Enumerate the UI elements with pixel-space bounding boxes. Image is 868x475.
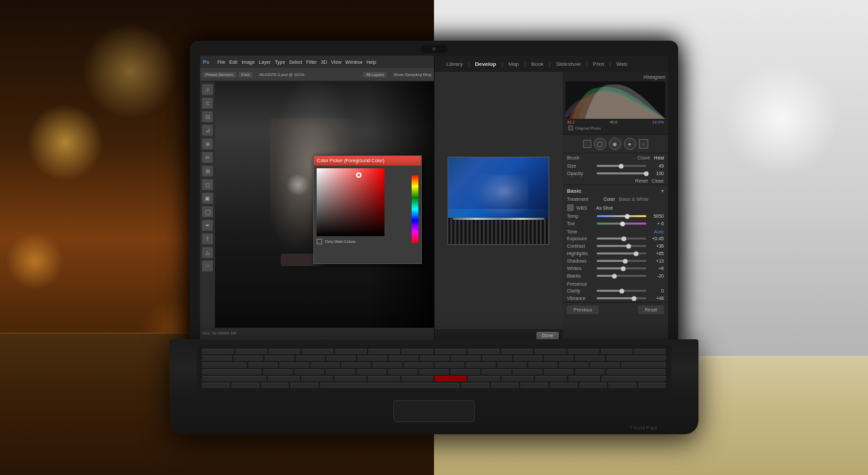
lr-tool-circle3[interactable]: ●: [624, 138, 636, 150]
key-t[interactable]: [372, 362, 402, 368]
laptop-trackpad[interactable]: [393, 400, 475, 422]
ps-cp-hue-strip[interactable]: [412, 175, 418, 243]
key-ctrl-l[interactable]: [202, 383, 230, 388]
lr-nav-map[interactable]: Map: [503, 61, 525, 67]
key-f11[interactable]: [568, 349, 599, 354]
ps-menu-3d[interactable]: 3D: [321, 60, 327, 64]
key-super[interactable]: [261, 383, 289, 388]
ps-menu-edit[interactable]: Edit: [229, 60, 237, 64]
key-f8[interactable]: [468, 349, 500, 354]
key-z[interactable]: [268, 376, 300, 381]
key-u[interactable]: [435, 362, 465, 368]
lr-nav-web[interactable]: Web: [611, 61, 633, 67]
lr-clarity-track[interactable]: [597, 290, 646, 292]
key-equals[interactable]: [575, 356, 605, 361]
key-b[interactable]: [401, 376, 433, 381]
key-f3[interactable]: [302, 349, 334, 354]
lr-tool-back[interactable]: [583, 140, 591, 148]
key-f7[interactable]: [435, 349, 467, 354]
key-slash[interactable]: [568, 376, 600, 381]
key-backtick[interactable]: [202, 356, 232, 361]
ps-tool-lasso[interactable]: ⊂: [202, 98, 213, 109]
key-1[interactable]: [233, 356, 263, 361]
lr-whites-track[interactable]: [597, 267, 646, 269]
key-6[interactable]: [389, 356, 418, 361]
key-f4[interactable]: [335, 349, 367, 354]
ps-menu-select[interactable]: Select: [289, 60, 302, 64]
lr-shadows-track[interactable]: [597, 260, 646, 262]
key-o[interactable]: [497, 362, 527, 368]
key-s[interactable]: [294, 369, 324, 375]
ps-menu-type[interactable]: Type: [275, 60, 285, 64]
ps-cp-gradient[interactable]: [317, 168, 384, 236]
lr-vibrance-track[interactable]: [597, 297, 646, 299]
key-f6[interactable]: [401, 349, 433, 354]
ps-tool-marquee[interactable]: ⊹: [202, 84, 213, 95]
key-m[interactable]: [468, 376, 500, 381]
key-0[interactable]: [513, 356, 543, 361]
ps-tool-eyedropper[interactable]: ⊿: [202, 125, 213, 136]
lr-exposure-track[interactable]: [597, 238, 646, 240]
lr-blacks-track[interactable]: [597, 275, 646, 277]
key-comma[interactable]: [502, 376, 534, 381]
lr-highlights-track[interactable]: [597, 252, 646, 254]
ps-tool-shape[interactable]: △: [202, 247, 213, 258]
key-c[interactable]: [334, 376, 366, 381]
key-menu[interactable]: [491, 383, 519, 388]
key-bracket-r[interactable]: [590, 362, 620, 368]
ps-tool-brush[interactable]: ✏: [202, 152, 213, 163]
ps-tool-eraser[interactable]: ◻: [202, 179, 213, 190]
ps-menu-window[interactable]: Window: [345, 60, 362, 64]
key-tab[interactable]: [202, 362, 247, 368]
key-w[interactable]: [279, 362, 309, 368]
key-del[interactable]: [634, 349, 666, 354]
lr-previous-button[interactable]: Previous: [567, 305, 599, 314]
ps-tool-gradient[interactable]: ▣: [202, 193, 213, 204]
lr-expand-icon[interactable]: ▾: [661, 188, 664, 194]
lr-contrast-track[interactable]: [597, 245, 646, 247]
lr-tone-auto[interactable]: Auto: [654, 229, 664, 234]
key-up[interactable]: [579, 383, 607, 388]
ps-tool-hand[interactable]: ☞: [202, 261, 213, 271]
key-8[interactable]: [451, 356, 481, 361]
key-down[interactable]: [638, 383, 666, 388]
lr-clone-opt[interactable]: Clone: [637, 155, 650, 160]
key-d[interactable]: [326, 369, 355, 375]
key-p[interactable]: [528, 362, 558, 368]
key-alt-r[interactable]: [461, 383, 489, 388]
ps-menu-view[interactable]: View: [331, 60, 341, 64]
key-j[interactable]: [450, 369, 480, 375]
key-backslash[interactable]: [621, 362, 666, 368]
key-alt-l[interactable]: [290, 383, 318, 388]
lr-nav-slideshow[interactable]: Slideshow: [551, 61, 586, 67]
ps-menu-help[interactable]: Help: [366, 60, 376, 64]
lr-heal-opt[interactable]: Heal: [654, 155, 664, 160]
key-5[interactable]: [357, 356, 387, 361]
ps-menu-image[interactable]: Image: [241, 60, 254, 64]
lr-done-button[interactable]: Done: [536, 332, 559, 339]
key-f2[interactable]: [269, 349, 300, 354]
key-quote[interactable]: [575, 369, 605, 375]
key-9[interactable]: [482, 356, 512, 361]
key-f10[interactable]: [534, 349, 566, 354]
key-shift-l[interactable]: [202, 376, 267, 381]
key-a[interactable]: [263, 369, 293, 375]
key-enter[interactable]: [606, 369, 666, 375]
lr-tool-right[interactable]: ›: [639, 139, 648, 149]
lr-temp-track[interactable]: [597, 215, 646, 217]
lr-orig-checkbox[interactable]: [568, 126, 573, 130]
key-x[interactable]: [301, 376, 333, 381]
key-f12[interactable]: [601, 349, 633, 354]
key-f1[interactable]: [235, 349, 267, 354]
key-semicolon[interactable]: [544, 369, 574, 375]
key-g[interactable]: [388, 369, 418, 375]
key-fn[interactable]: [231, 383, 259, 388]
key-backspace[interactable]: [606, 356, 666, 361]
lr-reset-label[interactable]: Reset: [635, 178, 648, 183]
key-v[interactable]: [368, 376, 399, 381]
key-f[interactable]: [357, 369, 387, 375]
key-4[interactable]: [326, 356, 356, 361]
key-2[interactable]: [264, 356, 294, 361]
key-right[interactable]: [608, 383, 636, 388]
ps-menu-filter[interactable]: Filter: [307, 60, 317, 64]
